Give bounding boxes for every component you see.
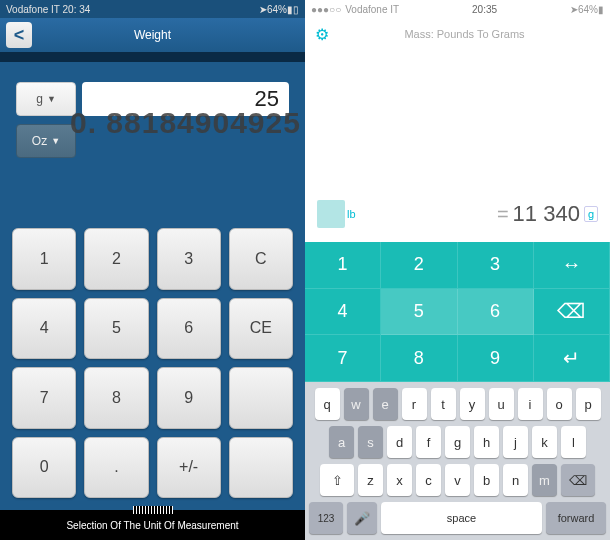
- unit-label: g: [36, 92, 43, 106]
- ios-keyboard: q w e r t y u i o p a s d f g h j k l ⇧ …: [305, 382, 610, 540]
- kb-n[interactable]: n: [503, 464, 528, 496]
- input-unit-select[interactable]: g ▼: [16, 82, 76, 116]
- kb-y[interactable]: y: [460, 388, 485, 420]
- kb-d[interactable]: d: [387, 426, 412, 458]
- kb-r[interactable]: r: [402, 388, 427, 420]
- carrier-text: Vodafone IT: [345, 4, 399, 15]
- key-blank2[interactable]: [229, 437, 293, 499]
- kb-m[interactable]: m: [532, 464, 557, 496]
- key-2[interactable]: 2: [84, 228, 148, 290]
- key-3[interactable]: 3: [157, 228, 221, 290]
- location-icon: ➤: [259, 4, 267, 15]
- kb-x[interactable]: x: [387, 464, 412, 496]
- battery-text: 64%: [578, 4, 598, 15]
- footer-label: Selection Of The Unit Of Measurement: [66, 520, 238, 531]
- kb-space[interactable]: Space: [381, 502, 542, 534]
- kb-q[interactable]: q: [315, 388, 340, 420]
- kb-t[interactable]: t: [431, 388, 456, 420]
- kb-z[interactable]: z: [358, 464, 383, 496]
- backspace-icon: ⌫: [557, 299, 585, 323]
- key-sign[interactable]: +/-: [157, 437, 221, 499]
- tkey-5[interactable]: 5: [381, 289, 457, 336]
- left-phone: Vodafone IT 20: 34 ➤ 64% ▮▯ < Weight g ▼…: [0, 0, 305, 540]
- key-ce[interactable]: CE: [229, 298, 293, 360]
- kb-c[interactable]: c: [416, 464, 441, 496]
- output-value: 0. 88184904925: [70, 106, 301, 140]
- kb-g[interactable]: g: [445, 426, 470, 458]
- kb-b[interactable]: b: [474, 464, 499, 496]
- key-8[interactable]: 8: [84, 367, 148, 429]
- tkey-enter[interactable]: ↵: [534, 335, 610, 382]
- battery-icon: ▮▯: [287, 4, 299, 15]
- tkey-backspace[interactable]: ⌫: [534, 289, 610, 336]
- key-4[interactable]: 4: [12, 298, 76, 360]
- from-unit[interactable]: lb: [347, 208, 356, 220]
- kb-l[interactable]: l: [561, 426, 586, 458]
- conversion-panel: g ▼ 25 Oz ▼ 0. 88184904925: [0, 62, 305, 186]
- header: ⚙ Mass: Pounds To Grams: [305, 18, 610, 50]
- kb-p[interactable]: p: [576, 388, 601, 420]
- tkey-8[interactable]: 8: [381, 335, 457, 382]
- tkey-swap[interactable]: ↔: [534, 242, 610, 289]
- kb-o[interactable]: o: [547, 388, 572, 420]
- battery-text: 64%: [267, 4, 287, 15]
- tkey-3[interactable]: 3: [458, 242, 534, 289]
- kb-s[interactable]: s: [358, 426, 383, 458]
- kb-bottom: 123 🎤 Space Forward: [309, 502, 606, 534]
- output-unit-select[interactable]: Oz ▼: [16, 124, 76, 158]
- kb-k[interactable]: k: [532, 426, 557, 458]
- gear-icon[interactable]: ⚙: [315, 25, 329, 44]
- kb-w[interactable]: w: [344, 388, 369, 420]
- key-0[interactable]: 0: [12, 437, 76, 499]
- ruler-icon: [133, 506, 173, 514]
- conversion-row: lb = 11 340 g: [305, 196, 610, 232]
- kb-f[interactable]: f: [416, 426, 441, 458]
- dropdown-icon: ▼: [51, 136, 60, 146]
- battery-icon: ▮: [598, 4, 604, 15]
- key-1[interactable]: 1: [12, 228, 76, 290]
- tkey-1[interactable]: 1: [305, 242, 381, 289]
- kb-row3: ⇧ z x c v b n m ⌫: [309, 464, 606, 496]
- tkey-6[interactable]: 6: [458, 289, 534, 336]
- header: < Weight: [0, 18, 305, 52]
- time-text: 20:35: [399, 4, 570, 15]
- tkey-4[interactable]: 4: [305, 289, 381, 336]
- kb-j[interactable]: j: [503, 426, 528, 458]
- kb-a[interactable]: a: [329, 426, 354, 458]
- kb-i[interactable]: i: [518, 388, 543, 420]
- kb-row2: a s d f g h j k l: [309, 426, 606, 458]
- header-title: Mass: Pounds To Grams: [329, 28, 600, 40]
- back-button[interactable]: <: [6, 22, 32, 48]
- kb-e[interactable]: e: [373, 388, 398, 420]
- right-phone: ●●●○○ Vodafone IT 20:35 ➤ 64% ▮ ⚙ Mass: …: [305, 0, 610, 540]
- key-dot[interactable]: .: [84, 437, 148, 499]
- location-icon: ➤: [570, 4, 578, 15]
- result-value: 11 340: [513, 201, 580, 227]
- tkey-7[interactable]: 7: [305, 335, 381, 382]
- status-bar: Vodafone IT 20: 34 ➤ 64% ▮▯: [0, 0, 305, 18]
- kb-mic[interactable]: 🎤: [347, 502, 377, 534]
- swap-icon: ↔: [561, 253, 581, 276]
- tkey-2[interactable]: 2: [381, 242, 457, 289]
- carrier-text: Vodafone IT 20: 34: [6, 4, 259, 15]
- to-unit[interactable]: g: [584, 206, 598, 222]
- dropdown-icon: ▼: [47, 94, 56, 104]
- key-7[interactable]: 7: [12, 367, 76, 429]
- key-blank[interactable]: [229, 367, 293, 429]
- input-box[interactable]: [317, 200, 345, 228]
- kb-delete[interactable]: ⌫: [561, 464, 595, 496]
- key-5[interactable]: 5: [84, 298, 148, 360]
- key-6[interactable]: 6: [157, 298, 221, 360]
- key-clear[interactable]: C: [229, 228, 293, 290]
- kb-123[interactable]: 123: [309, 502, 343, 534]
- key-9[interactable]: 9: [157, 367, 221, 429]
- kb-v[interactable]: v: [445, 464, 470, 496]
- kb-h[interactable]: h: [474, 426, 499, 458]
- footer[interactable]: Selection Of The Unit Of Measurement: [0, 510, 305, 540]
- divider: [0, 52, 305, 62]
- tkey-9[interactable]: 9: [458, 335, 534, 382]
- kb-u[interactable]: u: [489, 388, 514, 420]
- keypad: 1 2 3 C 4 5 6 CE 7 8 9 0 . +/-: [0, 216, 305, 510]
- kb-forward[interactable]: Forward: [546, 502, 606, 534]
- kb-shift[interactable]: ⇧: [320, 464, 354, 496]
